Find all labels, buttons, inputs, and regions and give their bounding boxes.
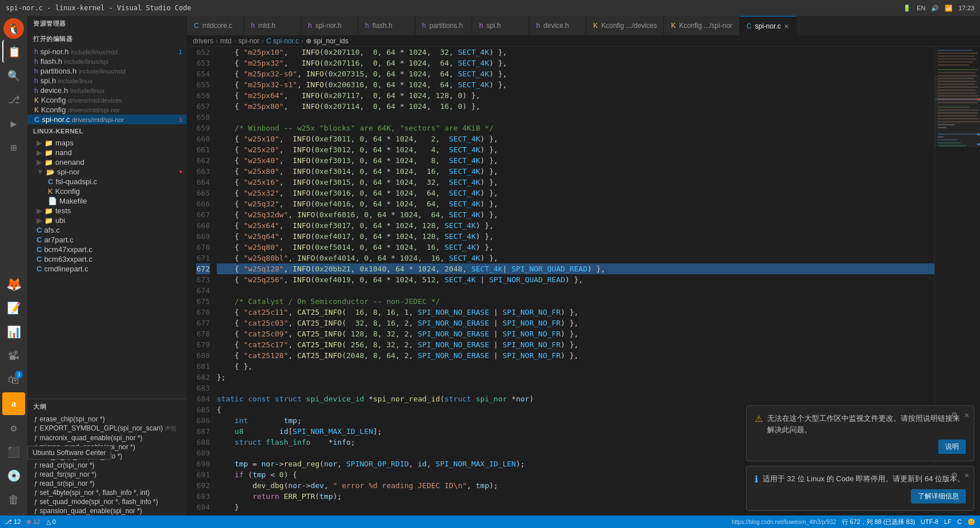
settings-icon[interactable]: ⚙	[2, 416, 25, 439]
status-errors[interactable]: ⊗ 12	[26, 518, 40, 526]
open-file-partitions-h[interactable]: h partitions.h include/linux/mtd	[27, 66, 187, 76]
tree-ar7part-c[interactable]: C ar7part.c	[27, 235, 187, 245]
tab-kconfig-spinor[interactable]: K Kconfig .../spi-nor	[664, 16, 739, 35]
outline-micron[interactable]: ƒ micron_quad_enable(spi_nor *)	[27, 442, 187, 452]
notification-info-text: 适用于 32 位 Linux 的 Code 即将停用。请更新到 64 位版本。	[763, 473, 966, 485]
status-git[interactable]: ⎇ 12	[5, 518, 21, 526]
open-file-kconfig-spinor[interactable]: K Kconfig drivers/mtd/spi-nor	[27, 105, 187, 115]
status-encoding[interactable]: UTF-8	[921, 518, 938, 525]
tree-maps[interactable]: ▶ 📁 maps	[27, 138, 187, 148]
tree-fsl-quadspi[interactable]: C fsl-quadspi.c	[27, 177, 187, 186]
code-line-653: { "m25px32", INFO(0x207116, 0, 64 * 1024…	[217, 58, 934, 68]
notification-gear-icon[interactable]: ⚙	[951, 411, 958, 419]
explorer-header[interactable]: 资源管理器	[27, 16, 187, 31]
breadcrumb-spinor-c[interactable]: C spi-nor.c	[266, 37, 299, 45]
svg-rect-7	[938, 69, 979, 70]
activity-bar: 🐧 📋 🔍 ⎇ ▶ ⊞ 🦊 📝 📊 📽 🛍 3 a ⚙ ⬛ 💿 🗑	[0, 16, 27, 515]
open-file-device-h[interactable]: h device.h include/linux	[27, 86, 187, 95]
tab-spi-h[interactable]: h spi.h	[472, 16, 529, 35]
text-editor-icon[interactable]: 📝	[2, 297, 25, 319]
outline-set-4byte[interactable]: ƒ set_4byte(spi_nor *, flash_info *, int…	[27, 488, 187, 497]
status-link[interactable]: https://blog.csdn.net/liuweixin_4th3/p/9…	[732, 519, 836, 525]
outline-read-fsr[interactable]: ƒ read_fsr(spi_nor *)	[27, 470, 187, 479]
tab-mtdcore-c[interactable]: C mtdcore.c	[187, 16, 244, 35]
outline-read-sr[interactable]: ƒ read_sr(spi_nor *)	[27, 479, 187, 488]
notification-warning: ⚠ 无法在这个大型工作区中监视文件更改。请按照说明链接来解决此问题。 ⚙ × 说…	[746, 405, 974, 461]
code-line-680: { "cat25128", CAT25_INFO(2048, 8, 64, 2,…	[217, 350, 934, 361]
outline-set-quad[interactable]: ƒ set_quad_mode(spi_nor *, flash_info *)	[27, 497, 187, 506]
terminal-icon[interactable]: ⬛	[2, 440, 25, 463]
notification-close-button[interactable]: ×	[965, 411, 969, 420]
debug-icon[interactable]: ▶	[2, 112, 25, 135]
status-line-ending[interactable]: LF	[944, 518, 951, 525]
notification-learn-more-button[interactable]: 了解详细信息	[911, 489, 966, 503]
outline-mtd-to-spi[interactable]: ƒ mtd_to_spi_nor(mtd_info *)	[27, 452, 187, 461]
tree-cmdline[interactable]: C cmdlinepart.c	[27, 264, 187, 274]
tab-mtd-h[interactable]: h mtd.h	[244, 16, 301, 35]
tree-afs-c[interactable]: C afs.c	[27, 225, 187, 235]
open-file-kconfig-devices[interactable]: K Kconfig drivers/mtd/devices	[27, 95, 187, 105]
tab-partitions-h[interactable]: h partitions.h	[415, 16, 472, 35]
outline-spansion[interactable]: ƒ spansion_quad_enable(spi_nor *)	[27, 506, 187, 515]
code-line-659: /* Winbond -- w25x "blocks" are 64K, "se…	[217, 123, 934, 133]
git-icon[interactable]: ⎇	[2, 88, 25, 111]
tree-makefile[interactable]: 📄 Makefile	[27, 196, 187, 206]
notification-info-close-button[interactable]: ×	[965, 471, 969, 480]
status-bar: ⎇ 12 ⊗ 12 △ 0 https://blog.csdn.net/liuw…	[0, 515, 980, 528]
open-file-spi-h[interactable]: h spi.h include/linux	[27, 76, 187, 86]
breadcrumb-mtd[interactable]: mtd	[220, 37, 232, 45]
linux-kernel-header[interactable]: LINUX-KERNEL	[27, 124, 187, 138]
outline-macronix[interactable]: ƒ macronix_quad_enable(spi_nor *)	[27, 433, 187, 442]
breadcrumb-spi-nor-ids[interactable]: ⊕ spi_nor_ids	[306, 37, 349, 45]
tree-bcm47xx[interactable]: C bcm47xxpart.c	[27, 245, 187, 254]
tab-close-icon[interactable]: ×	[784, 22, 789, 31]
outline-header[interactable]: 大纲	[27, 399, 187, 415]
status-position[interactable]: 行 672，列 88 (已选择 83)	[842, 518, 915, 526]
outline-export-symbol[interactable]: ƒ EXPORT_SYMBOL_GPL(spi_nor_scan) 声明	[27, 424, 187, 433]
ubuntu-logo[interactable]: 🐧	[3, 18, 24, 39]
outline-erase-chip[interactable]: ƒ erase_chip(spi_nor *)	[27, 415, 187, 424]
amazon-icon[interactable]: a	[2, 392, 25, 415]
ubuntu-software-icon[interactable]: 🛍 3	[2, 368, 25, 391]
open-editors-header[interactable]: 打开的编辑器	[27, 31, 187, 47]
svg-rect-36	[977, 144, 980, 145]
extensions-icon[interactable]: ⊞	[2, 136, 25, 159]
open-file-flash-h[interactable]: h flash.h include/linux/spi	[27, 56, 187, 66]
open-file-spi-nor-h[interactable]: h spi-nor.h include/linux/mtd 1	[27, 47, 187, 56]
tab-flash-h[interactable]: h flash.h	[358, 16, 415, 35]
explorer-icon[interactable]: 📋	[2, 40, 25, 63]
code-line-656: { "m25px64", INFO(0x207117, 0, 64 * 1024…	[217, 90, 934, 101]
notification-info-gear-icon[interactable]: ⚙	[951, 471, 958, 480]
dvd-icon[interactable]: 💿	[2, 464, 25, 487]
tree-kconfig[interactable]: K Kconfig	[27, 186, 187, 196]
impress-icon[interactable]: 📽	[2, 344, 25, 367]
code-line-674	[217, 285, 934, 296]
code-line-663: { "w25x80", INFO(0xef3014, 0, 64 * 1024,…	[217, 166, 934, 177]
tab-device-h[interactable]: h device.h	[529, 16, 586, 35]
outline-read-cr[interactable]: ƒ read_cr(spi_nor *)	[27, 461, 187, 470]
tree-bcm63xx[interactable]: C bcm63xxpart.c	[27, 254, 187, 264]
code-line-654: { "m25px32-s0", INFO(0x207315, 0, 64 * 1…	[217, 68, 934, 79]
tab-kconfig-devices[interactable]: K Kconfig .../devices	[586, 16, 664, 35]
file-tree: ▶ 📁 maps ▶ 📁 nand ▶ 📁 onenand ▼ 📂 spi-no…	[27, 138, 187, 399]
firefox-icon[interactable]: 🦊	[2, 273, 25, 295]
trash-icon[interactable]: 🗑	[2, 488, 25, 511]
tree-nand[interactable]: ▶ 📁 nand	[27, 148, 187, 157]
tree-ubi[interactable]: ▶ 📁 ubi	[27, 216, 187, 225]
tab-spinor-h[interactable]: h spi-nor.h	[301, 16, 358, 35]
status-language[interactable]: C	[957, 518, 962, 525]
status-warnings[interactable]: △ 0	[46, 518, 56, 526]
breadcrumb-drivers[interactable]: drivers	[193, 37, 213, 45]
open-file-spinor-c[interactable]: C spi-nor.c drivers/mtd/spi-nor 3	[27, 115, 187, 124]
status-feedback[interactable]: 😊	[967, 518, 975, 526]
spreadsheet-icon[interactable]: 📊	[2, 320, 25, 343]
tree-onenand[interactable]: ▶ 📁 onenand	[27, 157, 187, 167]
notification-explain-button[interactable]: 说明	[938, 440, 966, 454]
tab-spinor-c[interactable]: C spi-nor.c ×	[740, 16, 797, 35]
breadcrumb-spinor-dir[interactable]: spi-nor	[238, 37, 260, 45]
code-line-671: { "w25q80bl", INFO(0xef4014, 0, 64 * 102…	[217, 253, 934, 263]
tree-tests[interactable]: ▶ 📁 tests	[27, 206, 187, 216]
code-line-681: { },	[217, 361, 934, 372]
search-icon[interactable]: 🔍	[2, 64, 25, 87]
tree-spi-nor[interactable]: ▼ 📂 spi-nor •	[27, 167, 187, 177]
